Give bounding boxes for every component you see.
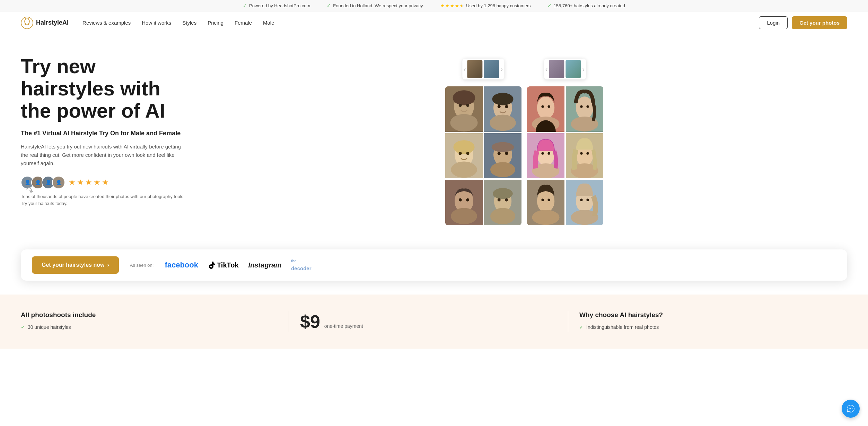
- star-rating: ★ ★ ★ ★ ★★: [440, 3, 464, 8]
- left-arrow-icon: ‹: [464, 65, 466, 73]
- photoshoots-item-text: 30 unique hairstyles: [28, 324, 71, 330]
- get-photos-button[interactable]: Get your photos: [792, 16, 847, 29]
- svg-point-40: [505, 198, 508, 202]
- topbar-text-2: Founded in Holland. We respect your priv…: [333, 3, 424, 8]
- before-thumb-female: [549, 60, 564, 78]
- male-cell-1: [445, 86, 483, 132]
- male-hair-grid: [445, 86, 521, 225]
- female-hair-grid: [527, 86, 603, 225]
- male-cell-6: [484, 180, 521, 225]
- arrow-down-icon: ↷: [24, 184, 184, 236]
- nav-female[interactable]: Female: [235, 20, 252, 26]
- check-icon-ai: ✓: [579, 324, 584, 330]
- price-value: $9: [300, 311, 320, 332]
- get-hairstyles-label: Get your hairstyles now: [42, 262, 104, 268]
- logo-icon: [21, 17, 33, 29]
- svg-point-1: [25, 19, 29, 24]
- female-cell-4: [566, 133, 603, 179]
- female-cell-3: [527, 133, 564, 179]
- svg-point-55: [541, 152, 544, 154]
- svg-point-70: [580, 199, 582, 201]
- male-cell-5: [445, 180, 483, 225]
- login-button[interactable]: Login: [759, 16, 788, 29]
- after-thumb-female: [566, 60, 581, 78]
- svg-point-21: [453, 140, 474, 154]
- svg-point-22: [458, 152, 462, 155]
- svg-point-7: [450, 114, 477, 131]
- svg-point-26: [490, 162, 515, 177]
- bottom-col-3: Why choose AI hairstyles? ✓ Indistinguis…: [568, 311, 847, 332]
- before-thumb-male: [467, 60, 483, 78]
- hero-right: ‹ ›: [201, 55, 847, 236]
- header-actions: Login Get your photos: [759, 16, 847, 29]
- hero-title: Try new hairstyles with the power of AI: [21, 55, 187, 121]
- why-ai-title: Why choose AI hairstyles?: [579, 311, 836, 319]
- nav-styles[interactable]: Styles: [182, 20, 196, 26]
- svg-point-50: [580, 105, 582, 108]
- avatar-4: 👤: [52, 176, 65, 189]
- nav-male[interactable]: Male: [263, 20, 274, 26]
- get-hairstyles-button[interactable]: Get your hairstyles now ›: [32, 256, 119, 274]
- hero-description: HairstyleAI lets you try out new haircut…: [21, 143, 187, 168]
- svg-point-37: [490, 208, 515, 224]
- left-arrow-icon-female: ‹: [545, 65, 548, 73]
- logo-text: HairstyleAI: [36, 19, 69, 26]
- female-grid-wrapper: ‹ ›: [527, 66, 603, 236]
- check-icon-1: ✓: [243, 3, 247, 8]
- female-cell-2: [566, 86, 603, 132]
- svg-point-32: [451, 208, 477, 224]
- topbar-item-4: ✓ 155,760+ hairstyles already created: [547, 3, 625, 8]
- female-cell-6: [566, 180, 603, 225]
- svg-point-56: [547, 152, 550, 154]
- svg-point-64: [532, 210, 559, 225]
- nav-reviews[interactable]: Reviews & examples: [82, 20, 131, 26]
- bottom-col-2: $9 one-time payment: [289, 311, 568, 332]
- right-arrow-icon-male: ›: [501, 65, 503, 73]
- svg-point-23: [466, 152, 469, 155]
- svg-point-71: [586, 199, 589, 201]
- why-ai-item-1: ✓ Indistinguishable from real photos: [579, 324, 836, 330]
- female-cell-5: [527, 180, 564, 225]
- tiktok-logo: TikTok: [208, 261, 239, 269]
- nav: Reviews & examples How it works Styles P…: [82, 20, 759, 26]
- tiktok-icon: [208, 261, 216, 269]
- svg-line-4: [25, 18, 26, 19]
- tiktok-label: TikTok: [217, 261, 239, 269]
- female-before-after: ‹ ›: [544, 59, 586, 79]
- svg-point-34: [466, 198, 469, 202]
- logo[interactable]: HairstyleAI: [21, 17, 69, 29]
- price-display: $9 one-time payment: [300, 311, 557, 332]
- svg-point-38: [493, 188, 513, 199]
- avatar-row: 👤 👤 👤 👤 ★ ★ ★ ★ ★: [21, 176, 187, 189]
- topbar-text-1: Powered by HeadshotPro.com: [249, 3, 310, 8]
- hero-section: Try new hairstyles with the power of AI …: [0, 34, 868, 236]
- svg-point-14: [490, 115, 516, 131]
- male-before-after: ‹ ›: [462, 59, 504, 79]
- svg-point-45: [541, 105, 544, 108]
- bottom-col-1: All photoshoots include ✓ 30 unique hair…: [21, 311, 289, 332]
- nav-pricing[interactable]: Pricing: [208, 20, 223, 26]
- svg-point-28: [497, 152, 500, 155]
- svg-point-10: [466, 104, 469, 107]
- as-seen-on-label: As seen on:: [130, 263, 154, 268]
- photoshoots-item-1: ✓ 30 unique hairstyles: [21, 324, 278, 330]
- topbar-text-4: 155,760+ hairstyles already created: [554, 3, 625, 8]
- photoshoots-title: All photoshoots include: [21, 311, 278, 319]
- after-thumb-male: [484, 60, 499, 78]
- svg-point-46: [547, 105, 550, 108]
- topbar-item-2: ✓ Founded in Holland. We respect your pr…: [327, 3, 424, 8]
- svg-rect-11: [459, 109, 469, 114]
- nav-how-it-works[interactable]: How it works: [142, 20, 171, 26]
- male-cell-3: [445, 133, 483, 179]
- male-cell-4: [484, 133, 521, 179]
- facebook-logo: facebook: [165, 261, 198, 270]
- svg-point-8: [453, 90, 475, 105]
- svg-point-9: [458, 104, 462, 107]
- svg-point-61: [586, 152, 589, 154]
- why-ai-item-text: Indistinguishable from real photos: [586, 324, 659, 330]
- topbar-item-1: ✓ Powered by HeadshotPro.com: [243, 3, 310, 8]
- svg-point-63: [537, 190, 554, 213]
- svg-point-42: [537, 96, 554, 119]
- svg-point-51: [586, 105, 589, 108]
- decoder-logo: the decoder: [291, 259, 311, 271]
